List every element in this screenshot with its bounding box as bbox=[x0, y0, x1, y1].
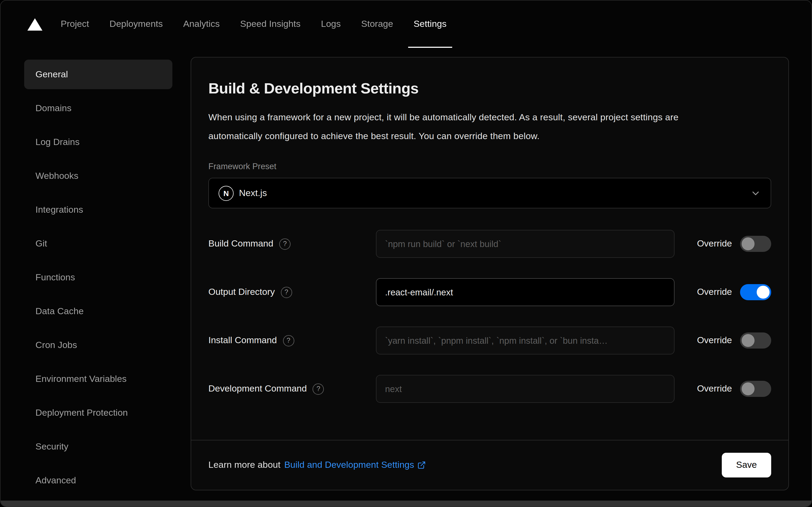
field-label-group: Development Command ? bbox=[209, 383, 376, 394]
toggle-knob bbox=[742, 237, 755, 250]
docs-link-label: Build and Development Settings bbox=[284, 460, 414, 470]
tab-speed-insights[interactable]: Speed Insights bbox=[240, 1, 300, 48]
build-command-input[interactable] bbox=[376, 230, 675, 258]
vercel-logo-icon[interactable] bbox=[27, 18, 43, 31]
sidebar-item-domains[interactable]: Domains bbox=[24, 94, 172, 123]
sidebar-item-integrations[interactable]: Integrations bbox=[24, 195, 172, 225]
sidebar-item-log-drains[interactable]: Log Drains bbox=[24, 127, 172, 157]
tab-settings[interactable]: Settings bbox=[413, 1, 447, 48]
card-footer: Learn more about Build and Development S… bbox=[191, 440, 789, 490]
field-label-group: Output Directory ? bbox=[209, 287, 376, 298]
tab-storage[interactable]: Storage bbox=[361, 1, 393, 48]
output-directory-input[interactable] bbox=[376, 278, 675, 306]
sidebar-item-webhooks[interactable]: Webhooks bbox=[24, 161, 172, 191]
tab-logs[interactable]: Logs bbox=[321, 1, 341, 48]
development-command-label: Development Command bbox=[209, 384, 307, 394]
install-command-input[interactable] bbox=[376, 327, 675, 354]
sidebar-item-data-cache[interactable]: Data Cache bbox=[24, 296, 172, 326]
toggle-knob bbox=[757, 286, 769, 299]
framework-preset-label: Framework Preset bbox=[209, 162, 771, 171]
help-icon[interactable]: ? bbox=[281, 287, 292, 298]
tab-analytics[interactable]: Analytics bbox=[183, 1, 220, 48]
output-directory-label: Output Directory bbox=[209, 287, 275, 297]
output-directory-override-toggle[interactable] bbox=[740, 284, 771, 300]
output-directory-row: Output Directory ? Override bbox=[209, 278, 771, 306]
override-label: Override bbox=[697, 238, 732, 249]
install-command-row: Install Command ? Override bbox=[209, 327, 771, 354]
field-label-group: Install Command ? bbox=[209, 335, 376, 346]
external-link-icon bbox=[417, 461, 426, 469]
learn-more-text: Learn more about bbox=[209, 460, 280, 470]
sidebar-item-deployment-protection[interactable]: Deployment Protection bbox=[24, 398, 172, 428]
development-command-row: Development Command ? Override bbox=[209, 375, 771, 403]
tab-deployments[interactable]: Deployments bbox=[110, 1, 163, 48]
sidebar-item-cron-jobs[interactable]: Cron Jobs bbox=[24, 330, 172, 360]
field-label-group: Build Command ? bbox=[209, 238, 376, 249]
chevron-down-icon bbox=[750, 188, 761, 199]
sidebar-item-general[interactable]: General bbox=[24, 60, 172, 89]
settings-sidebar: General Domains Log Drains Webhooks Inte… bbox=[24, 60, 172, 500]
install-command-override-toggle[interactable] bbox=[740, 332, 771, 349]
build-command-row: Build Command ? Override bbox=[209, 230, 771, 258]
window-bottom-edge bbox=[1, 501, 811, 506]
top-nav: Project Deployments Analytics Speed Insi… bbox=[1, 1, 811, 48]
sidebar-item-security[interactable]: Security bbox=[24, 432, 172, 461]
framework-preset-value: Next.js bbox=[239, 188, 267, 199]
vercel-settings-window: Project Deployments Analytics Speed Insi… bbox=[0, 0, 812, 507]
override-label: Override bbox=[697, 384, 732, 394]
help-icon[interactable]: ? bbox=[283, 335, 294, 346]
save-button[interactable]: Save bbox=[722, 453, 771, 477]
sidebar-item-functions[interactable]: Functions bbox=[24, 263, 172, 292]
build-command-label: Build Command bbox=[209, 238, 273, 249]
toggle-knob bbox=[742, 334, 755, 347]
tab-project[interactable]: Project bbox=[61, 1, 89, 48]
toggle-knob bbox=[742, 382, 755, 395]
override-label: Override bbox=[697, 287, 732, 297]
install-command-label: Install Command bbox=[209, 335, 277, 346]
development-command-input[interactable] bbox=[376, 375, 675, 403]
build-settings-docs-link[interactable]: Build and Development Settings bbox=[284, 460, 426, 470]
page-title: Build & Development Settings bbox=[209, 80, 771, 97]
sidebar-item-git[interactable]: Git bbox=[24, 229, 172, 258]
sidebar-item-advanced[interactable]: Advanced bbox=[24, 466, 172, 495]
build-command-override-toggle[interactable] bbox=[740, 236, 771, 252]
sidebar-item-environment-variables[interactable]: Environment Variables bbox=[24, 364, 172, 394]
help-icon[interactable]: ? bbox=[279, 238, 291, 249]
build-settings-card: Build & Development Settings When using … bbox=[191, 57, 789, 490]
framework-preset-select[interactable]: N Next.js bbox=[209, 178, 771, 208]
development-command-override-toggle[interactable] bbox=[740, 381, 771, 397]
help-icon[interactable]: ? bbox=[313, 383, 324, 394]
override-label: Override bbox=[697, 335, 732, 346]
page-description: When using a framework for a new project… bbox=[209, 108, 692, 146]
nextjs-logo-icon: N bbox=[219, 185, 234, 201]
